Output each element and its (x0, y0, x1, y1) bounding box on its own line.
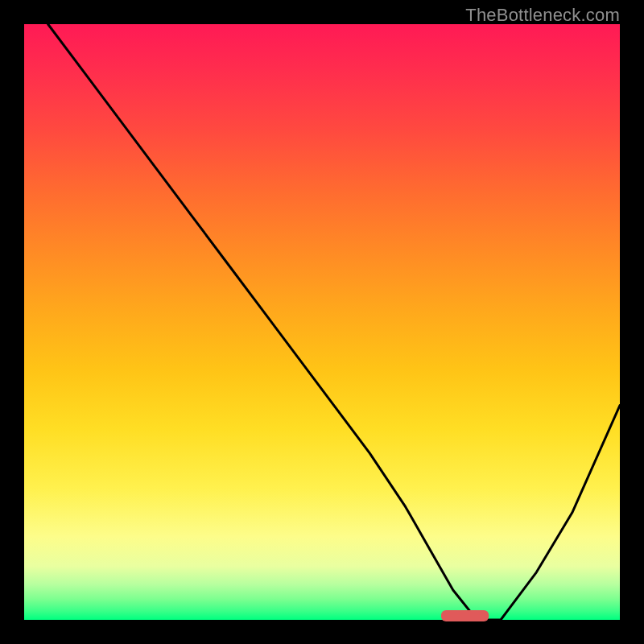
watermark-text: TheBottleneck.com (465, 5, 620, 26)
plot-area (24, 24, 620, 620)
chart-container: TheBottleneck.com (0, 0, 644, 644)
curve-svg (24, 24, 620, 620)
bottleneck-curve (48, 24, 620, 620)
optimum-marker (441, 610, 489, 621)
